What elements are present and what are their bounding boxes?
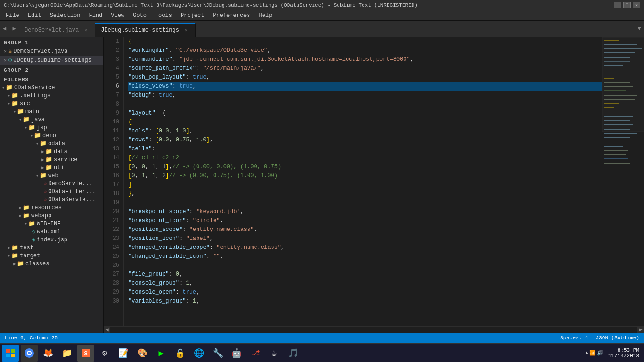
menu-item-selection[interactable]: Selection xyxy=(46,11,84,20)
tree-test[interactable]: ▶ 📁 test xyxy=(0,244,103,252)
tree-webxml[interactable]: ◇ web.xml xyxy=(0,228,103,236)
start-button[interactable] xyxy=(2,345,19,362)
tree-classes[interactable]: ▶ 📁 classes xyxy=(0,260,103,268)
menu-item-preferences[interactable]: Preferences xyxy=(209,11,254,20)
tab-nav-right[interactable]: ▶ xyxy=(9,21,19,37)
android-icon: 🤖 xyxy=(231,348,242,358)
group2-label: GROUP 2 xyxy=(0,65,103,74)
tree-indexjsp[interactable]: ◈ index.jsp xyxy=(0,236,103,244)
maximize-button[interactable]: □ xyxy=(623,2,631,8)
tree-web[interactable]: ▾ 📁 web xyxy=(0,172,103,180)
spaces-indicator[interactable]: Spaces: 4 xyxy=(560,335,588,341)
close-button[interactable]: ✕ xyxy=(633,2,640,8)
syntax-indicator[interactable]: JSON (Sublime) xyxy=(596,335,639,341)
code-line-7: "debug": true, xyxy=(128,91,602,100)
minimize-button[interactable]: — xyxy=(614,2,621,8)
tray-arrow[interactable]: ▲ xyxy=(585,350,588,356)
media-taskbar-btn[interactable]: 🎵 xyxy=(285,345,302,362)
tree-odataservice[interactable]: ▾ 📁 ODataService xyxy=(0,83,103,91)
tree-webapp[interactable]: ▶ 📁 webapp xyxy=(0,212,103,220)
code-line-14: [ // c1 r1 c2 r2 xyxy=(128,154,602,163)
terminal-taskbar-btn[interactable]: ▶ xyxy=(153,345,170,362)
tree-label-service: service xyxy=(54,156,77,163)
tree-demo[interactable]: ▾ 📁 demo xyxy=(0,132,103,140)
scroll-left-arrow[interactable]: ◀ xyxy=(104,327,110,333)
menu-item-view[interactable]: View xyxy=(107,11,128,20)
chrome-taskbar-btn[interactable] xyxy=(21,345,38,362)
menu-item-goto[interactable]: Goto xyxy=(129,11,150,20)
tree-settings[interactable]: ▾ 📁 .settings xyxy=(0,91,103,99)
menu-item-file[interactable]: File xyxy=(2,11,23,20)
tab-demoservlet[interactable]: DemoServlet.java ✕ xyxy=(19,23,95,37)
tab-nav-left[interactable]: ◀ xyxy=(0,21,9,37)
tools-taskbar-btn[interactable]: 🔧 xyxy=(209,345,226,362)
line-num-26: 26 xyxy=(104,261,119,270)
close-x-demoservlet[interactable]: ✕ xyxy=(4,49,7,54)
paint-taskbar-btn[interactable]: 🎨 xyxy=(134,345,151,362)
sublime-taskbar-btn[interactable]: S xyxy=(77,345,94,362)
line-num-10: 10 xyxy=(104,118,119,127)
code-editor[interactable]: { "workingdir": "C:/workspace/ODataServi… xyxy=(124,37,602,326)
network-taskbar-btn[interactable]: 🌐 xyxy=(190,345,207,362)
scroll-track-h[interactable] xyxy=(110,327,637,333)
code-line-28: "console_group": 1, xyxy=(128,279,602,288)
tree-data[interactable]: ▶ 📁 data xyxy=(0,148,103,156)
tree-demoservle[interactable]: ☕ DemoServle... xyxy=(0,180,103,188)
code-container: 1 2 3 4 5 6 7 8 9 10 11 12 13 14 15 16 1 xyxy=(104,37,644,326)
tree-util[interactable]: ▶ 📁 util xyxy=(0,164,103,172)
settings-taskbar-btn[interactable]: ⚙ xyxy=(96,345,113,362)
tab-jdebug[interactable]: JDebug.sublime-settings ✕ xyxy=(95,23,196,37)
tab-close-demoservlet[interactable]: ✕ xyxy=(83,27,89,33)
svg-point-35 xyxy=(28,352,31,354)
horizontal-scrollbar[interactable]: ◀ ▶ xyxy=(104,326,644,333)
tab-label-jdebug: JDebug.sublime-settings xyxy=(101,27,179,33)
tree-odataservle[interactable]: ☕ ODataServle... xyxy=(0,196,103,204)
tree-target[interactable]: ▾ 📁 target xyxy=(0,252,103,260)
chrome-icon xyxy=(24,348,34,358)
tree-webinf[interactable]: ▾ 📁 WEB-INF xyxy=(0,220,103,228)
code-line-19 xyxy=(128,198,602,207)
tree-odatafilter[interactable]: ☕ ODataFilter... xyxy=(0,188,103,196)
line-num-1: 1 xyxy=(104,37,119,46)
security-taskbar-btn[interactable]: 🔒 xyxy=(172,345,189,362)
menu-item-find[interactable]: Find xyxy=(85,11,106,20)
menu-item-tools[interactable]: Tools xyxy=(151,11,176,20)
paint-icon: 🎨 xyxy=(137,348,148,358)
java-icon-1: ☕ xyxy=(8,48,12,55)
menu-item-edit[interactable]: Edit xyxy=(24,11,45,20)
git-taskbar-btn[interactable]: ⎇ xyxy=(247,345,264,362)
code-line-1: { xyxy=(128,37,602,46)
tab-overflow[interactable]: ▼ xyxy=(635,21,644,37)
tree-resources[interactable]: ▶ 📁 resources xyxy=(0,204,103,212)
line-num-5: 5 xyxy=(104,73,119,82)
arrow-src: ▾ xyxy=(8,101,10,107)
java-taskbar-btn[interactable]: ☕ xyxy=(266,345,283,362)
folder-icon-taskbar: 📁 xyxy=(62,348,72,358)
tree-jsp[interactable]: ▾ 📁 jsp xyxy=(0,123,103,132)
tree-src[interactable]: ▾ 📁 src xyxy=(0,99,103,107)
tree-service[interactable]: ▶ 📁 service xyxy=(0,156,103,164)
arrow-web: ▾ xyxy=(36,173,39,179)
close-x-jdebug[interactable]: ✕ xyxy=(4,58,7,63)
notes-taskbar-btn[interactable]: 📝 xyxy=(115,345,132,362)
menu-item-project[interactable]: Project xyxy=(177,11,208,20)
system-clock[interactable]: 8:53 PM 11/14/2018 xyxy=(605,347,642,359)
tree-label-java: java xyxy=(31,116,45,123)
arrow-main: ▾ xyxy=(13,109,16,115)
folder-icon-classes: 📁 xyxy=(17,260,24,267)
tree-odata[interactable]: ▾ 📁 odata xyxy=(0,140,103,148)
folder-icon-odata: 📁 xyxy=(40,140,47,147)
sidebar-file-jdebug[interactable]: ✕ ⚙ JDebug.sublime-settings xyxy=(0,56,103,65)
firefox-taskbar-btn[interactable]: 🦊 xyxy=(40,345,57,362)
line-num-6: 6 xyxy=(104,82,119,91)
sidebar-file-demoservlet[interactable]: ✕ ☕ DemoServlet.java xyxy=(0,47,103,56)
tab-close-jdebug[interactable]: ✕ xyxy=(183,27,190,33)
notes-icon: 📝 xyxy=(118,348,129,358)
tree-main[interactable]: ▾ 📁 main xyxy=(0,107,103,115)
tree-java[interactable]: ▾ 📁 java xyxy=(0,115,103,123)
line-num-8: 8 xyxy=(104,100,119,109)
android-taskbar-btn[interactable]: 🤖 xyxy=(228,345,245,362)
scroll-right-arrow[interactable]: ▶ xyxy=(637,327,644,333)
menu-item-help[interactable]: Help xyxy=(255,11,276,20)
folder-taskbar-btn[interactable]: 📁 xyxy=(58,345,75,362)
